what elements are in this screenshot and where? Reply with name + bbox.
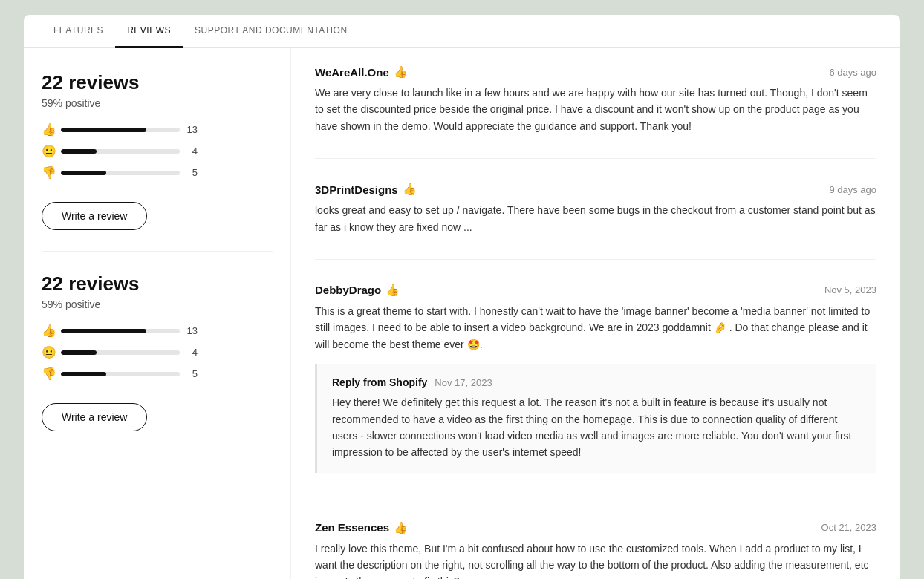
reply-header-3: Reply from Shopify Nov 17, 2023 [332, 376, 862, 388]
review-date-4: Oct 21, 2023 [821, 522, 876, 533]
main-card: FEATURES REVIEWS SUPPORT AND DOCUMENTATI… [24, 15, 900, 579]
review-item-4: Zen Essences 👍 Oct 21, 2023 I really lov… [315, 521, 876, 579]
neutral-icon-bottom: 😐 [42, 345, 55, 359]
review-thumb-1: 👍 [394, 65, 408, 79]
reviews-count-bottom: 22 reviews [42, 272, 273, 295]
review-date-1: 6 days ago [829, 67, 876, 78]
review-text-2: looks great and easy to set up / navigat… [315, 202, 876, 235]
thumbs-up-icon-top: 👍 [42, 122, 55, 137]
tab-reviews[interactable]: REVIEWS [115, 15, 183, 48]
ratings-summary-bottom: 22 reviews 59% positive 👍 13 😐 [42, 272, 273, 431]
positive-pct-bottom: 59% positive [42, 298, 273, 310]
rating-row-positive-top: 👍 13 [42, 122, 273, 137]
reviews-count-top: 22 reviews [42, 71, 273, 94]
rating-bars-top: 👍 13 😐 4 👎 [42, 122, 273, 180]
rating-bars-bottom: 👍 13 😐 4 👎 [42, 324, 273, 381]
review-header-1: WeAreAll.One 👍 6 days ago [315, 65, 876, 79]
left-panel: 22 reviews 59% positive 👍 13 😐 [24, 48, 291, 579]
rating-bar-fill-neutral-top [61, 149, 97, 154]
rating-bar-fill-positive-top [61, 128, 146, 132]
rating-bar-fill-negative-top [61, 171, 106, 175]
reply-text-3: Hey there! We definitely get this reques… [332, 394, 862, 461]
rating-bar-fill-positive-bottom [61, 329, 146, 333]
rating-bar-fill-neutral-bottom [61, 350, 97, 355]
review-text-3: This is a great theme to start with. I h… [315, 303, 876, 353]
review-header-3: DebbyDrago 👍 Nov 5, 2023 [315, 284, 876, 297]
thumbs-down-icon-top: 👎 [42, 166, 55, 180]
content-area: 22 reviews 59% positive 👍 13 😐 [24, 48, 900, 579]
rating-bar-bg-positive-top [61, 128, 180, 132]
rating-row-neutral-top: 😐 4 [42, 144, 273, 158]
rating-count-negative-bottom: 5 [186, 368, 198, 379]
rating-count-positive-bottom: 13 [186, 325, 198, 336]
review-item-3: DebbyDrago 👍 Nov 5, 2023 This is a great… [315, 284, 876, 497]
rating-row-negative-top: 👎 5 [42, 166, 273, 180]
ratings-summary-top: 22 reviews 59% positive 👍 13 😐 [42, 71, 273, 230]
rating-bar-bg-neutral-bottom [61, 350, 180, 355]
reply-date-3: Nov 17, 2023 [435, 377, 492, 388]
thumbs-up-icon-bottom: 👍 [42, 324, 55, 338]
review-date-2: 9 days ago [829, 184, 876, 195]
reviewer-name-2: 3DPrintDesigns 👍 [315, 183, 417, 196]
review-item-2: 3DPrintDesigns 👍 9 days ago looks great … [315, 183, 876, 260]
review-date-3: Nov 5, 2023 [824, 284, 876, 295]
review-header-4: Zen Essences 👍 Oct 21, 2023 [315, 521, 876, 534]
review-item-1: WeAreAll.One 👍 6 days ago We are very cl… [315, 65, 876, 159]
review-header-2: 3DPrintDesigns 👍 9 days ago [315, 183, 876, 196]
review-thumb-4: 👍 [394, 521, 408, 534]
reviewer-name-3: DebbyDrago 👍 [315, 284, 400, 297]
rating-count-positive-top: 13 [186, 124, 198, 135]
rating-count-neutral-top: 4 [186, 145, 198, 157]
review-thumb-2: 👍 [403, 183, 417, 196]
tab-features[interactable]: FEATURES [42, 15, 115, 48]
review-text-1: We are very close to launch like in a fe… [315, 85, 876, 134]
tab-bar: FEATURES REVIEWS SUPPORT AND DOCUMENTATI… [24, 15, 900, 48]
neutral-icon-top: 😐 [42, 144, 55, 158]
rating-bar-bg-negative-top [61, 171, 180, 175]
positive-pct-top: 59% positive [42, 97, 273, 109]
tab-support[interactable]: SUPPORT AND DOCUMENTATION [183, 15, 359, 48]
rating-row-negative-bottom: 👎 5 [42, 367, 273, 381]
reply-from-3: Reply from Shopify [332, 376, 427, 388]
review-thumb-3: 👍 [385, 284, 400, 297]
thumbs-down-icon-bottom: 👎 [42, 367, 55, 381]
rating-bar-bg-neutral-top [61, 149, 180, 154]
review-text-4: I really love this theme, But I'm a bit … [315, 540, 876, 579]
reviews-list: WeAreAll.One 👍 6 days ago We are very cl… [291, 48, 900, 579]
rating-bar-fill-negative-bottom [61, 372, 106, 376]
rating-bar-bg-positive-bottom [61, 329, 180, 333]
rating-bar-bg-negative-bottom [61, 372, 180, 376]
reviewer-name-4: Zen Essences 👍 [315, 521, 408, 534]
rating-count-negative-top: 5 [186, 167, 198, 178]
panel-divider [42, 251, 273, 252]
write-review-button-bottom[interactable]: Write a review [42, 403, 147, 431]
rating-row-positive-bottom: 👍 13 [42, 324, 273, 338]
reviewer-name-1: WeAreAll.One 👍 [315, 65, 408, 79]
rating-count-neutral-bottom: 4 [186, 347, 198, 358]
reply-block-3: Reply from Shopify Nov 17, 2023 Hey ther… [315, 364, 876, 473]
rating-row-neutral-bottom: 😐 4 [42, 345, 273, 359]
write-review-button-top[interactable]: Write a review [42, 202, 147, 230]
